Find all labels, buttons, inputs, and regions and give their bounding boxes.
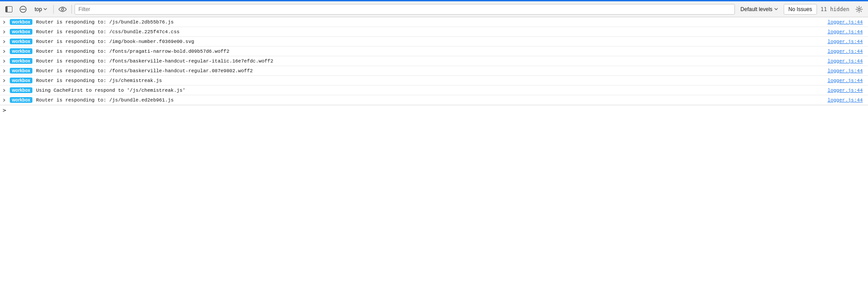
log-message: Router is responding to: /js/bundle.ed2e… bbox=[36, 98, 828, 103]
workbox-badge: workbox bbox=[10, 29, 32, 35]
log-message: Router is responding to: /css/bundle.225… bbox=[36, 29, 828, 35]
no-issues-button[interactable]: No Issues bbox=[784, 4, 817, 15]
hidden-count: 11 hidden bbox=[819, 6, 851, 12]
log-message: Router is responding to: /img/book-numbe… bbox=[36, 39, 828, 44]
log-source[interactable]: logger.js:44 bbox=[828, 39, 868, 44]
default-levels-button[interactable]: Default levels bbox=[737, 4, 782, 15]
log-message: Using CacheFirst to respond to '/js/chem… bbox=[36, 88, 828, 93]
log-source[interactable]: logger.js:44 bbox=[828, 49, 868, 54]
log-row[interactable]: workbox Using CacheFirst to respond to '… bbox=[0, 86, 868, 95]
log-source[interactable]: logger.js:44 bbox=[828, 29, 868, 35]
context-selector-button[interactable]: top bbox=[31, 4, 51, 15]
levels-chevron-icon bbox=[774, 8, 778, 11]
log-row[interactable]: workbox Router is responding to: /js/bun… bbox=[0, 17, 868, 27]
console-toolbar: top Default levels No Issues 11 hidden bbox=[0, 1, 868, 17]
log-message: Router is responding to: /fonts/baskervi… bbox=[36, 68, 828, 74]
log-source[interactable]: logger.js:44 bbox=[828, 98, 868, 103]
context-selector-label: top bbox=[35, 6, 42, 12]
log-source[interactable]: logger.js:44 bbox=[828, 59, 868, 64]
log-row[interactable]: workbox Router is responding to: /js/che… bbox=[0, 76, 868, 86]
expand-arrow-4[interactable] bbox=[1, 57, 8, 65]
svg-rect-1 bbox=[6, 7, 8, 12]
console-prompt[interactable]: > bbox=[0, 105, 868, 115]
filter-input[interactable] bbox=[75, 4, 735, 15]
workbox-badge: workbox bbox=[10, 19, 32, 25]
gear-icon bbox=[856, 6, 863, 13]
log-row[interactable]: workbox Router is responding to: /css/bu… bbox=[0, 27, 868, 37]
expand-arrow-2[interactable] bbox=[1, 38, 8, 45]
live-expressions-button[interactable] bbox=[56, 4, 69, 15]
expand-arrow-3[interactable] bbox=[1, 47, 8, 55]
levels-label: Default levels bbox=[741, 6, 773, 12]
panel-toggle-icon bbox=[5, 6, 12, 12]
expand-arrow-6[interactable] bbox=[1, 77, 8, 84]
svg-point-4 bbox=[61, 8, 63, 10]
workbox-badge: workbox bbox=[10, 39, 32, 44]
expand-arrow-8[interactable] bbox=[1, 96, 8, 104]
log-message: Router is responding to: /fonts/baskervi… bbox=[36, 59, 828, 64]
no-issues-label: No Issues bbox=[789, 6, 812, 12]
expand-arrow-7[interactable] bbox=[1, 86, 8, 94]
panel-toggle-button[interactable] bbox=[3, 4, 15, 15]
expand-arrow-1[interactable] bbox=[1, 28, 8, 35]
clear-console-button[interactable] bbox=[17, 4, 29, 15]
toolbar-divider-2 bbox=[71, 5, 72, 14]
log-source[interactable]: logger.js:44 bbox=[828, 68, 868, 74]
log-row[interactable]: workbox Router is responding to: /fonts/… bbox=[0, 66, 868, 76]
prompt-arrow[interactable]: > bbox=[3, 107, 6, 113]
log-message: Router is responding to: /js/bundle.2db5… bbox=[36, 20, 828, 25]
log-message: Router is responding to: /fonts/pragati-… bbox=[36, 49, 828, 54]
workbox-badge: workbox bbox=[10, 48, 32, 54]
eye-icon bbox=[59, 7, 67, 12]
settings-button[interactable] bbox=[853, 4, 865, 15]
log-message: Router is responding to: /js/chemistreak… bbox=[36, 78, 828, 83]
svg-point-5 bbox=[858, 8, 860, 10]
workbox-badge: workbox bbox=[10, 97, 32, 103]
log-row[interactable]: workbox Router is responding to: /fonts/… bbox=[0, 56, 868, 66]
log-area: workbox Router is responding to: /js/bun… bbox=[0, 17, 868, 105]
log-row[interactable]: workbox Router is responding to: /js/bun… bbox=[0, 95, 868, 105]
workbox-badge: workbox bbox=[10, 68, 32, 74]
chevron-down-icon bbox=[43, 8, 47, 11]
no-entry-icon bbox=[20, 6, 27, 13]
workbox-badge: workbox bbox=[10, 87, 32, 93]
log-source[interactable]: logger.js:44 bbox=[828, 88, 868, 93]
log-source[interactable]: logger.js:44 bbox=[828, 20, 868, 25]
log-row[interactable]: workbox Router is responding to: /img/bo… bbox=[0, 37, 868, 47]
workbox-badge: workbox bbox=[10, 78, 32, 83]
log-row[interactable]: workbox Router is responding to: /fonts/… bbox=[0, 47, 868, 56]
workbox-badge: workbox bbox=[10, 58, 32, 64]
log-source[interactable]: logger.js:44 bbox=[828, 78, 868, 83]
expand-arrow-5[interactable] bbox=[1, 67, 8, 74]
expand-arrow-0[interactable] bbox=[1, 18, 8, 26]
toolbar-divider-1 bbox=[53, 5, 54, 14]
